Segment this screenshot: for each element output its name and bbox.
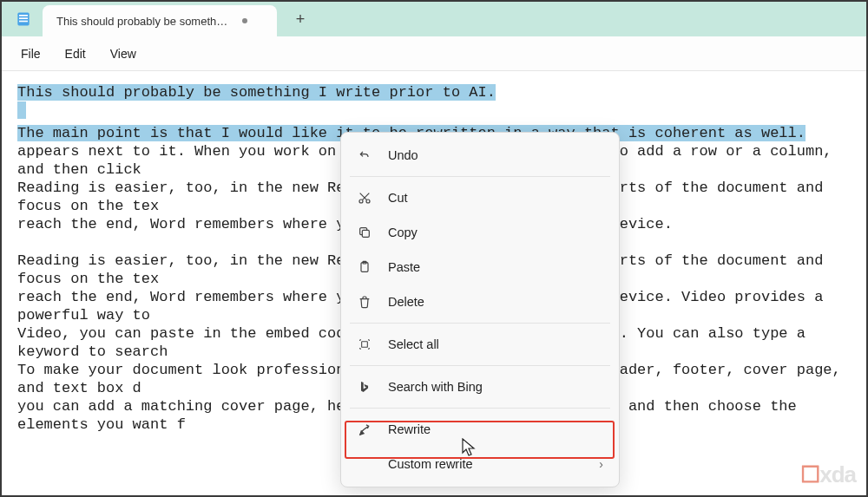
ctx-cut-label: Cut bbox=[388, 191, 408, 205]
plus-icon: + bbox=[296, 10, 306, 29]
ctx-copy-label: Copy bbox=[388, 226, 418, 239]
svg-rect-9 bbox=[362, 342, 368, 348]
unsaved-indicator-icon bbox=[242, 18, 247, 23]
ctx-delete-label: Delete bbox=[388, 295, 424, 309]
ctx-search-bing[interactable]: Search with Bing bbox=[341, 369, 619, 404]
ctx-custom-rewrite[interactable]: Custom rewrite › bbox=[341, 447, 619, 481]
menu-file[interactable]: File bbox=[9, 42, 53, 66]
ctx-rewrite[interactable]: Rewrite bbox=[341, 412, 619, 447]
ctx-rewrite-label: Rewrite bbox=[388, 422, 431, 436]
watermark-text: xda bbox=[819, 461, 856, 487]
new-tab-button[interactable]: + bbox=[287, 6, 313, 32]
undo-icon bbox=[357, 147, 372, 163]
select-all-icon bbox=[357, 337, 372, 352]
rewrite-icon bbox=[357, 422, 372, 437]
tab-title: This should probably be something bbox=[56, 15, 230, 28]
menubar: File Edit View bbox=[2, 36, 866, 71]
notepad-app-icon bbox=[15, 10, 32, 28]
copy-icon bbox=[357, 225, 372, 240]
svg-rect-6 bbox=[362, 230, 369, 237]
svg-point-4 bbox=[359, 199, 363, 203]
svg-rect-3 bbox=[19, 21, 28, 23]
chevron-right-icon: › bbox=[599, 457, 603, 471]
ctx-undo-label: Undo bbox=[388, 148, 418, 162]
paste-icon bbox=[357, 259, 372, 275]
tab-active[interactable]: This should probably be something bbox=[43, 5, 277, 36]
titlebar: This should probably be something + bbox=[2, 2, 866, 36]
svg-rect-1 bbox=[19, 15, 28, 16]
bing-icon bbox=[357, 379, 372, 395]
ctx-paste-label: Paste bbox=[388, 260, 420, 274]
ctx-select-all[interactable]: Select all bbox=[341, 327, 619, 362]
delete-icon bbox=[357, 294, 372, 310]
ctx-paste[interactable]: Paste bbox=[341, 250, 619, 284]
svg-point-5 bbox=[366, 199, 370, 203]
ctx-search-bing-label: Search with Bing bbox=[388, 380, 483, 394]
menu-view[interactable]: View bbox=[98, 42, 148, 66]
separator bbox=[350, 408, 610, 409]
ctx-cut[interactable]: Cut bbox=[341, 180, 619, 215]
separator bbox=[350, 365, 610, 366]
ctx-custom-rewrite-label: Custom rewrite bbox=[388, 457, 473, 471]
separator bbox=[350, 176, 610, 177]
cut-icon bbox=[357, 190, 372, 206]
separator bbox=[350, 323, 610, 324]
blank-icon bbox=[357, 456, 372, 472]
ctx-delete[interactable]: Delete bbox=[341, 284, 619, 319]
ctx-undo[interactable]: Undo bbox=[341, 138, 619, 173]
menu-edit[interactable]: Edit bbox=[53, 42, 98, 66]
ctx-copy[interactable]: Copy bbox=[341, 215, 619, 250]
ctx-select-all-label: Select all bbox=[388, 337, 439, 351]
context-menu: Undo Cut Copy Paste Delete Select all bbox=[340, 132, 620, 487]
svg-rect-2 bbox=[19, 17, 28, 19]
watermark: ☐xda bbox=[800, 461, 856, 488]
selected-text-line1: This should probably be something I writ… bbox=[17, 84, 496, 101]
